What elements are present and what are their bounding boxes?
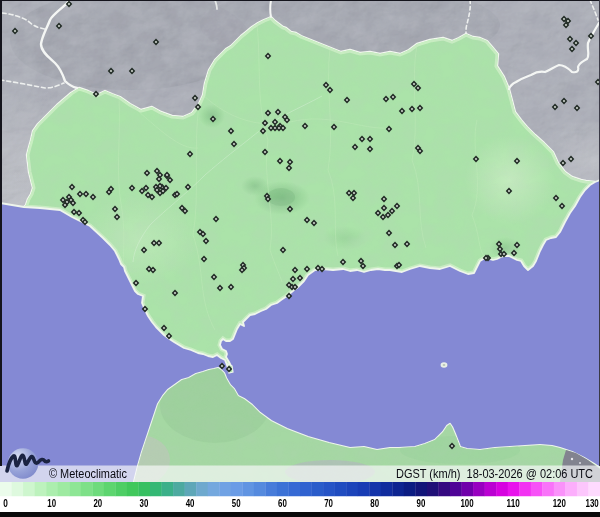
svg-text:90: 90 xyxy=(417,497,426,509)
svg-text:100: 100 xyxy=(460,497,473,509)
svg-text:70: 70 xyxy=(324,497,333,509)
svg-text:© Meteoclimatic: © Meteoclimatic xyxy=(49,467,127,481)
svg-text:120: 120 xyxy=(553,497,566,509)
svg-text:DGST (km/h) 18-03-2026 @ 02:0: DGST (km/h) 18-03-2026 @ 02:06 UTC xyxy=(396,467,593,481)
svg-text:80: 80 xyxy=(370,497,379,509)
svg-text:30: 30 xyxy=(140,497,149,509)
svg-text:60: 60 xyxy=(278,497,287,509)
svg-text:40: 40 xyxy=(186,497,195,509)
svg-text:0: 0 xyxy=(3,497,8,509)
svg-text:20: 20 xyxy=(93,497,102,509)
svg-text:130: 130 xyxy=(586,497,599,509)
svg-text:50: 50 xyxy=(232,497,241,509)
svg-text:110: 110 xyxy=(507,497,520,509)
svg-text:10: 10 xyxy=(47,497,56,509)
